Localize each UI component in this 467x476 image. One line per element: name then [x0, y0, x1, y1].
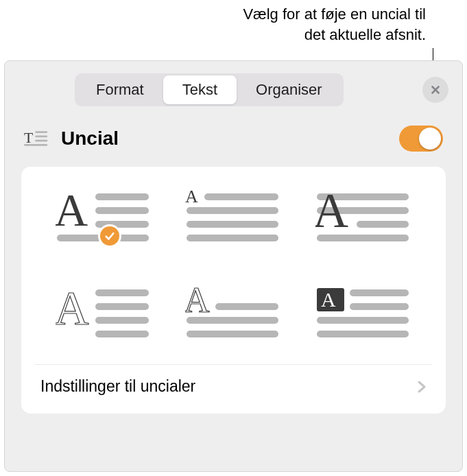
svg-rect-24 [95, 303, 149, 310]
svg-rect-19 [357, 221, 409, 228]
dropcap-style-5[interactable]: A [179, 283, 289, 345]
tab-format[interactable]: Format [77, 75, 163, 104]
dropcap-icon: T [24, 129, 49, 148]
toolbar: Format Tekst Organiser [5, 61, 462, 110]
settings-label: Indstillinger til uncialer [40, 377, 417, 396]
callout-text: Vælg for at føje en uncial til det aktue… [243, 4, 426, 45]
segmented-control: Format Tekst Organiser [75, 73, 344, 106]
dropcap-style-2[interactable]: A [179, 187, 289, 249]
svg-text:A: A [56, 187, 88, 236]
styles-panel: A A [21, 167, 446, 414]
dropcap-style-4-preview: A [56, 283, 152, 345]
section-title: Uncial [61, 128, 399, 150]
tab-organize[interactable]: Organiser [237, 75, 342, 104]
svg-rect-16 [187, 235, 278, 241]
svg-rect-35 [317, 317, 409, 324]
dropcap-style-4[interactable]: A [49, 283, 158, 345]
svg-rect-4 [35, 136, 47, 138]
tab-text[interactable]: Tekst [163, 75, 237, 104]
dropcap-style-6[interactable]: A [309, 283, 418, 345]
dropcap-style-3[interactable]: A [309, 187, 418, 249]
svg-rect-3 [35, 131, 47, 133]
svg-rect-26 [95, 331, 149, 337]
uncial-toggle[interactable] [399, 126, 443, 152]
dropcap-settings-row[interactable]: Indstillinger til uncialer [35, 364, 432, 400]
inspector-panel: Format Tekst Organiser T Uncial [4, 60, 463, 472]
svg-rect-23 [95, 289, 149, 296]
svg-text:A: A [315, 187, 348, 238]
callout-line1: Vælg for at føje en uncial til [243, 4, 426, 25]
svg-rect-9 [95, 207, 149, 214]
svg-text:A: A [185, 187, 198, 206]
svg-text:A: A [321, 288, 336, 311]
svg-rect-5 [35, 140, 47, 142]
svg-rect-13 [204, 193, 278, 200]
close-button[interactable] [422, 77, 448, 103]
dropcap-style-1[interactable]: A [49, 187, 158, 249]
dropcap-style-5-preview: A [185, 283, 281, 345]
svg-rect-36 [317, 331, 409, 337]
svg-rect-8 [95, 193, 149, 200]
svg-rect-28 [215, 303, 278, 310]
toggle-knob [419, 128, 441, 150]
svg-text:T: T [24, 130, 33, 146]
svg-rect-15 [187, 221, 278, 228]
close-icon [429, 84, 442, 96]
svg-rect-6 [24, 144, 47, 146]
dropcap-style-2-preview: A [185, 187, 281, 249]
svg-rect-33 [350, 289, 409, 296]
dropcap-style-3-preview: A [315, 187, 411, 249]
svg-rect-14 [187, 207, 278, 214]
chevron-right-icon [417, 380, 427, 394]
svg-rect-25 [95, 317, 149, 324]
section-header: T Uncial [5, 110, 462, 161]
styles-grid: A A [35, 187, 432, 359]
svg-rect-29 [187, 317, 278, 324]
checkmark-icon [98, 224, 121, 248]
svg-rect-30 [187, 331, 278, 337]
svg-text:A: A [185, 283, 210, 320]
callout-line2: det aktuelle afsnit. [243, 25, 426, 45]
svg-rect-34 [350, 303, 409, 310]
dropcap-style-6-preview: A [315, 283, 411, 345]
svg-text:A: A [56, 283, 89, 335]
